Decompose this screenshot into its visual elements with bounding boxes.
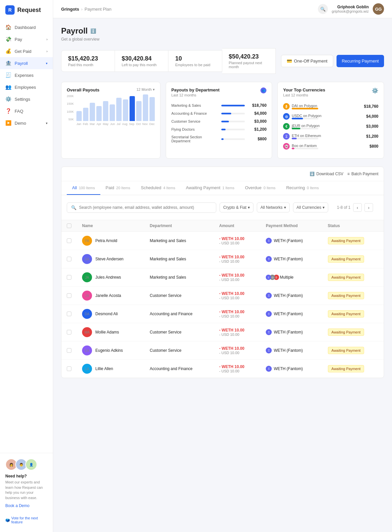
stat-left-pay: $30,420.84 Left to pay this month: [115, 50, 168, 72]
app-logo[interactable]: R Request: [0, 5, 53, 21]
recurring-payment-button[interactable]: Recurring Payment: [337, 55, 384, 67]
bar-4[interactable]: [103, 101, 108, 121]
topbar-search-button[interactable]: 🔍: [318, 4, 328, 14]
avatar: PA: [82, 236, 92, 246]
sidebar-item-dashboard[interactable]: 🏠 Dashboard: [0, 21, 53, 33]
row-amount-cell: - WETH 10.00 - USD 10.00: [214, 341, 260, 360]
department: Accounting and Finance: [150, 312, 193, 316]
tab-label: Recurring: [286, 185, 305, 190]
amount-primary: - WETH 10.00: [219, 255, 255, 259]
row-checkbox[interactable]: [67, 257, 71, 261]
download-csv-button[interactable]: ⬇️ Download CSV: [310, 172, 343, 176]
bar-5[interactable]: [110, 104, 115, 121]
sidebar-item-demo[interactable]: ▶️ Demo ▾: [0, 117, 53, 129]
employee-cell: PA Petra Arnold: [82, 236, 139, 246]
row-checkbox[interactable]: [67, 238, 71, 243]
row-checkbox[interactable]: [67, 348, 71, 353]
row-checkbox-cell: [61, 268, 77, 287]
user-info: Griphook Goblin griphook@gringots.wiz: [332, 5, 369, 13]
tab-recurring[interactable]: Recurring0 Items: [281, 181, 324, 195]
bar-10[interactable]: [143, 94, 148, 121]
currencies-icon: ⚙️: [372, 87, 378, 94]
bar-7[interactable]: [123, 99, 128, 121]
dept-name: Accounting & Finance: [171, 111, 218, 115]
dept-list: Marketing & Sales $18,760 Accounting & F…: [171, 103, 267, 143]
dept-item: Customer Service $3,000: [171, 119, 267, 124]
sidebar-item-settings[interactable]: ⚙️ Settings: [0, 93, 53, 105]
tab-count: 0 Items: [263, 186, 275, 190]
next-page-button[interactable]: ›: [364, 203, 373, 212]
tab-awaiting-payment[interactable]: Awaiting Payment1 Items: [181, 181, 240, 195]
bar-2[interactable]: [90, 103, 95, 121]
batch-payment-button[interactable]: ≡ Batch Payment: [347, 172, 378, 176]
x-label: Apr: [97, 122, 101, 126]
row-checkbox[interactable]: [67, 366, 71, 371]
status-badge: Awaiting Payment: [328, 329, 364, 336]
row-checkbox[interactable]: [67, 293, 71, 298]
row-name-cell: EA Eugenio Adkins: [77, 341, 145, 360]
dept-name: Marketing & Sales: [171, 103, 218, 107]
sidebar-item-pay[interactable]: 💸 Pay ›: [0, 33, 53, 45]
currency-amount: $1,200: [360, 134, 378, 139]
tab-all[interactable]: All100 Items: [67, 181, 100, 195]
table-header: Name Department Amount Payment Method St…: [61, 220, 384, 232]
book-demo-link[interactable]: Book a Demo: [5, 503, 30, 508]
sidebar-item-payroll[interactable]: 🏦 Payroll ▾: [0, 57, 53, 69]
bar-0[interactable]: [76, 111, 82, 121]
bar-1[interactable]: [83, 108, 88, 121]
tab-paid[interactable]: Paid20 Items: [100, 181, 136, 195]
status-badge: Awaiting Payment: [328, 274, 364, 281]
tab-overdue[interactable]: Overdue0 Items: [240, 181, 281, 195]
user-avatar[interactable]: GG: [373, 3, 384, 15]
dept-header: Payouts by Department Last 12 months 👥: [171, 87, 267, 102]
search-input[interactable]: [79, 205, 212, 210]
method-icon: Ξ: [266, 293, 272, 299]
bar-6[interactable]: [116, 98, 122, 121]
row-checkbox-cell: [61, 323, 77, 341]
one-off-payment-button[interactable]: 💳 One-Off Payment: [281, 55, 333, 67]
sidebar-item-employees[interactable]: 👥 Employees: [0, 81, 53, 93]
row-checkbox[interactable]: [67, 312, 71, 316]
download-icon: ⬇️: [310, 172, 315, 176]
prev-page-button[interactable]: ‹: [353, 203, 362, 212]
tab-scheduled[interactable]: Scheduled4 Items: [136, 181, 181, 195]
sidebar-item-get-paid[interactable]: 💰 Get Paid ›: [0, 45, 53, 57]
row-checkbox[interactable]: [67, 275, 71, 280]
sidebar-item-expenses[interactable]: 🧾 Expenses: [0, 69, 53, 81]
sidebar-item-faq[interactable]: ❓ FAQ: [0, 105, 53, 117]
bar-3[interactable]: [96, 106, 102, 121]
stat-value: 10: [175, 55, 215, 62]
currency-info: Ξ ETH on Ethereum: [283, 133, 360, 140]
sidebar-item-label: FAQ: [15, 109, 23, 114]
currency-item: € jEUR on Polygon $3,000: [283, 123, 378, 130]
amount-primary: - WETH 10.00: [219, 273, 255, 278]
vote-feature-link[interactable]: 🗳️ Vote for the next feature: [0, 513, 53, 527]
chevron-down-icon: ▾: [46, 62, 48, 65]
network-filter[interactable]: All Networks ▾: [257, 202, 290, 212]
stat-label: Employees to be paid: [175, 63, 215, 67]
stat-paid-month: $15,420.23 Paid this month: [61, 50, 115, 72]
app-name: Request: [17, 7, 41, 14]
search-wrap[interactable]: 🔍: [67, 202, 216, 213]
select-all-checkbox[interactable]: [67, 223, 71, 228]
chevron-down-icon: ▾: [323, 205, 325, 210]
info-icon[interactable]: ℹ️: [90, 28, 96, 34]
currency-bar: [292, 108, 318, 109]
row-dept-cell: Customer Service: [145, 287, 214, 305]
user-name: Griphook Goblin: [332, 5, 369, 9]
amount-secondary: - USD 10.00: [219, 241, 255, 245]
tab-label: All: [72, 185, 77, 190]
bar-11[interactable]: [149, 97, 155, 121]
period-selector[interactable]: 12 Month ▾: [137, 87, 155, 92]
dept-bar: [221, 105, 245, 106]
chevron-right-icon: ›: [47, 38, 48, 41]
bar-8[interactable]: [130, 96, 135, 121]
bar-9[interactable]: [136, 101, 142, 121]
avatar: DA: [82, 309, 92, 319]
crypto-fiat-filter[interactable]: Crypto & Fiat ▾: [220, 202, 253, 212]
payment-method-cell: Ξ WETH (Fantom): [266, 293, 317, 299]
row-checkbox[interactable]: [67, 330, 71, 334]
department: Marketing and Sales: [150, 257, 186, 261]
currency-filter[interactable]: All Currencies ▾: [293, 202, 329, 212]
status-badge: Awaiting Payment: [328, 347, 364, 354]
